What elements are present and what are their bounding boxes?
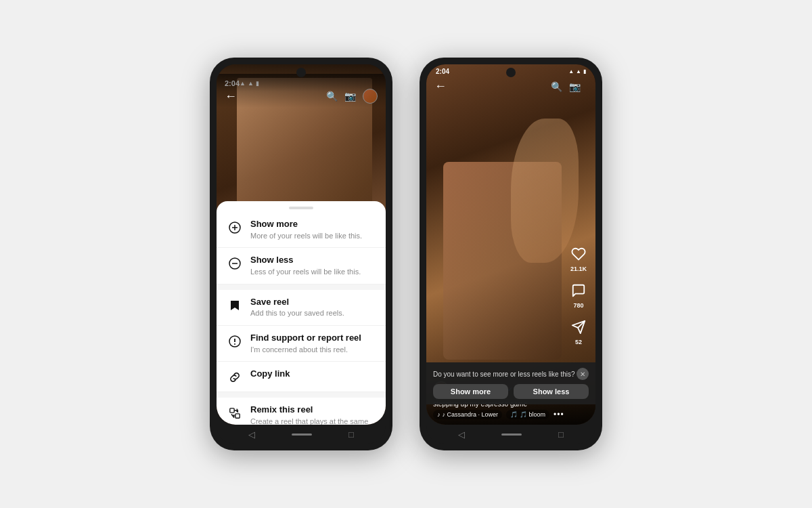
music-label-2: 🎵 bloom bbox=[520, 411, 545, 418]
music-note-icon-1: ♪ bbox=[437, 411, 441, 418]
phone-1-navbar: ◁ □ bbox=[217, 425, 386, 444]
copy-link-icon bbox=[227, 370, 242, 385]
reel-prompt-bar: Do you want to see more or less reels li… bbox=[426, 362, 595, 404]
search-icon-2[interactable]: 🔍 bbox=[551, 81, 562, 92]
music-note-icon-2: 🎵 bbox=[510, 411, 518, 418]
save-reel-text: Save reel Add this to your saved reels. bbox=[250, 297, 344, 318]
remix-title: Remix this reel bbox=[250, 404, 375, 416]
back-nav-2[interactable]: ◁ bbox=[458, 429, 465, 440]
home-pill-1[interactable] bbox=[292, 433, 312, 436]
phone1-background: 2:04 ▲ ▲ ▮ ← 🔍 📷 bbox=[217, 64, 386, 425]
phone-1-screen: 2:04 ▲ ▲ ▮ ← 🔍 📷 bbox=[217, 64, 386, 425]
sheet-item-report[interactable]: Find support or report reel I'm concerne… bbox=[217, 326, 386, 362]
music-label-1: ♪ Cassandra · Lower bbox=[443, 411, 499, 418]
home-pill-2[interactable] bbox=[501, 433, 522, 436]
show-less-text: Show less Less of your reels will be lik… bbox=[250, 255, 361, 276]
camera-icon-1[interactable]: 📷 bbox=[344, 91, 356, 102]
copy-link-text: Copy link bbox=[250, 368, 290, 380]
phone-1: 2:04 ▲ ▲ ▮ ← 🔍 📷 bbox=[210, 58, 392, 450]
camera-icon-2[interactable]: 📷 bbox=[569, 81, 581, 92]
share-action[interactable]: 52 bbox=[568, 317, 589, 345]
prompt-show-less-button[interactable]: Show less bbox=[514, 384, 589, 399]
phone2-background: 2:04 ▲ ▲ ▮ ← 🔍 📷 bbox=[426, 64, 595, 425]
separator-2 bbox=[217, 392, 386, 398]
report-icon bbox=[227, 334, 242, 349]
remix-icon bbox=[227, 406, 242, 421]
report-subtitle: I'm concerned about this reel. bbox=[250, 345, 361, 354]
show-less-title: Show less bbox=[250, 255, 361, 266]
sheet-item-save-reel[interactable]: Save reel Add this to your saved reels. bbox=[217, 290, 386, 326]
show-less-icon bbox=[227, 256, 242, 271]
prompt-question-text: Do you want to see more or less reels li… bbox=[433, 371, 577, 378]
prompt-close-button[interactable]: ✕ bbox=[577, 368, 589, 380]
show-more-subtitle: More of your reels will be like this. bbox=[250, 231, 362, 240]
reel-music-row: ♪ ♪ Cassandra · Lower 🎵 🎵 bloom ••• bbox=[433, 410, 589, 419]
show-more-icon bbox=[227, 220, 242, 235]
comment-icon bbox=[568, 280, 589, 301]
like-count: 21.1K bbox=[570, 266, 587, 272]
notch-1 bbox=[296, 68, 306, 77]
reel-actions-bar: 21.1K 780 52 bbox=[568, 244, 589, 345]
sheet-item-show-more[interactable]: Show more More of your reels will be lik… bbox=[217, 212, 386, 248]
sheet-handle bbox=[289, 207, 313, 209]
back-nav-1[interactable]: ◁ bbox=[248, 429, 255, 440]
recents-nav-1[interactable]: □ bbox=[348, 429, 354, 440]
remix-subtitle: Create a reel that plays at the same tim… bbox=[250, 417, 375, 425]
svg-point-7 bbox=[234, 343, 235, 345]
back-button-2[interactable]: ← bbox=[434, 79, 447, 93]
prompt-show-more-button[interactable]: Show more bbox=[433, 384, 508, 399]
separator-1 bbox=[217, 284, 386, 290]
phone-2-screen: 2:04 ▲ ▲ ▮ ← 🔍 📷 bbox=[426, 64, 595, 425]
copy-link-title: Copy link bbox=[250, 368, 290, 380]
more-options-icon[interactable]: ••• bbox=[554, 410, 564, 419]
music-tag-1[interactable]: ♪ ♪ Cassandra · Lower bbox=[433, 410, 502, 419]
phone-2-navbar: ◁ □ bbox=[426, 425, 595, 444]
main-nav-1: ← 🔍 📷 bbox=[217, 74, 386, 108]
svg-rect-9 bbox=[235, 414, 240, 418]
back-button-1[interactable]: ← bbox=[225, 89, 237, 104]
sheet-item-show-less[interactable]: Show less Less of your reels will be lik… bbox=[217, 248, 386, 284]
comment-count: 780 bbox=[573, 302, 583, 309]
notch-2 bbox=[506, 68, 516, 77]
avatar-1[interactable] bbox=[363, 89, 378, 104]
nav-right-icons-2: 🔍 📷 bbox=[551, 81, 587, 92]
report-text: Find support or report reel I'm concerne… bbox=[250, 333, 361, 354]
comment-action[interactable]: 780 bbox=[568, 280, 589, 309]
share-count: 52 bbox=[575, 339, 582, 345]
search-icon-1[interactable]: 🔍 bbox=[326, 91, 338, 102]
like-action[interactable]: 21.1K bbox=[568, 244, 589, 272]
like-icon bbox=[568, 244, 589, 264]
nav-right-icons-1: 🔍 📷 bbox=[326, 89, 378, 104]
share-icon bbox=[568, 317, 589, 337]
show-more-title: Show more bbox=[250, 219, 362, 230]
show-more-text: Show more More of your reels will be lik… bbox=[250, 219, 362, 240]
prompt-top-row: Do you want to see more or less reels li… bbox=[433, 368, 589, 380]
music-tag-2[interactable]: 🎵 🎵 bloom bbox=[506, 410, 549, 419]
recents-nav-2[interactable]: □ bbox=[558, 429, 564, 440]
save-reel-icon bbox=[227, 298, 242, 313]
remix-text: Remix this reel Create a reel that plays… bbox=[250, 404, 375, 425]
report-title: Find support or report reel bbox=[250, 333, 361, 344]
phone-2: 2:04 ▲ ▲ ▮ ← 🔍 📷 bbox=[420, 58, 602, 450]
save-reel-title: Save reel bbox=[250, 297, 344, 308]
sheet-item-remix[interactable]: Remix this reel Create a reel that plays… bbox=[217, 398, 386, 425]
svg-rect-8 bbox=[230, 408, 234, 412]
prompt-buttons-row: Show more Show less bbox=[433, 384, 589, 399]
sheet-item-copy-link[interactable]: Copy link bbox=[217, 362, 386, 392]
sheet-items-list: Show more More of your reels will be lik… bbox=[217, 212, 386, 425]
show-less-subtitle: Less of your reels will be like this. bbox=[250, 267, 361, 276]
bottom-sheet: Show more More of your reels will be lik… bbox=[217, 201, 386, 425]
save-reel-subtitle: Add this to your saved reels. bbox=[250, 308, 344, 318]
